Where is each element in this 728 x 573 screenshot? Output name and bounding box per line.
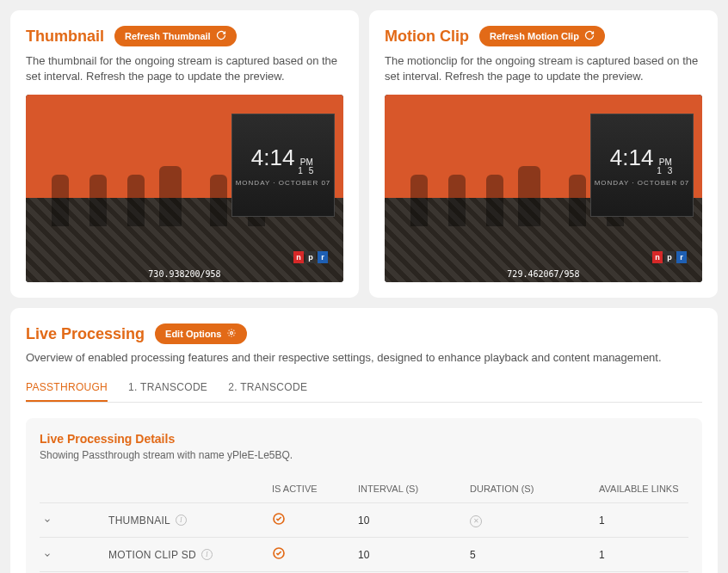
cell-links: 1 — [599, 514, 688, 527]
motion-desc: The motionclip for the ongoing stream is… — [385, 53, 702, 84]
cell-links: 1 — [599, 549, 688, 561]
thumbnail-preview: 4:14 PM1 5 Monday · October 07 npr 730.9… — [26, 95, 343, 282]
refresh-icon — [216, 30, 226, 42]
motion-preview: 4:14 PM1 3 Monday · October 07 npr 729.4… — [385, 95, 702, 282]
npr-logo: npr — [652, 251, 687, 263]
clock-overlay: 4:14 PM1 5 Monday · October 07 — [231, 114, 335, 217]
tab-transcode-1[interactable]: 1. TRANSCODE — [128, 374, 207, 402]
thumbnail-desc: The thumbnail for the ongoing stream is … — [26, 53, 343, 84]
details-subtitle: Showing Passthrough stream with name yPl… — [40, 449, 688, 461]
live-details-panel: Live Processing Details Showing Passthro… — [26, 418, 702, 573]
refresh-thumbnail-button[interactable]: Refresh Thumbnail — [114, 26, 237, 46]
x-icon: ✕ — [470, 515, 482, 527]
check-icon — [272, 546, 358, 563]
info-icon[interactable]: i — [176, 514, 187, 526]
cell-interval: 10 — [358, 549, 470, 561]
motion-title: Motion Clip — [385, 28, 469, 46]
tab-passthrough[interactable]: PASSTHROUGH — [26, 374, 108, 402]
edit-options-button[interactable]: Edit Options — [155, 323, 247, 344]
tab-transcode-2[interactable]: 2. TRANSCODE — [228, 374, 307, 402]
motion-meta: 729.462067/958 — [385, 265, 702, 282]
motion-clip-card: Motion Clip Refresh Motion Clip The moti… — [369, 10, 718, 298]
npr-logo: npr — [293, 251, 328, 263]
table-row: THUMBNAIL i10✕1 — [40, 502, 688, 537]
thumbnail-card: Thumbnail Refresh Thumbnail The thumbnai… — [10, 10, 359, 298]
live-processing-desc: Overview of enabled processing features … — [26, 351, 702, 364]
thumbnail-meta: 730.938200/958 — [26, 265, 343, 282]
live-processing-title: Live Processing — [26, 325, 145, 343]
refresh-motion-button[interactable]: Refresh Motion Clip — [479, 26, 605, 46]
check-icon — [272, 512, 358, 528]
clock-overlay: 4:14 PM1 3 Monday · October 07 — [590, 114, 694, 217]
chevron-down-icon[interactable] — [40, 547, 55, 563]
info-icon[interactable]: i — [201, 549, 213, 560]
col-duration: DURATION (S) — [470, 484, 599, 494]
cell-interval: 10 — [358, 514, 470, 527]
svg-point-0 — [231, 332, 233, 335]
details-title: Live Processing Details — [40, 432, 688, 446]
live-processing-table: IS ACTIVE INTERVAL (S) DURATION (S) AVAI… — [40, 475, 688, 573]
live-tabs: PASSTHROUGH 1. TRANSCODE 2. TRANSCODE — [26, 374, 702, 403]
col-interval: INTERVAL (S) — [358, 484, 470, 494]
cell-duration: 5 — [470, 549, 599, 561]
table-row: MOTION CLIP SD i1051 — [40, 537, 688, 571]
row-name: THUMBNAIL i — [108, 514, 272, 527]
col-links: AVAILABLE LINKS — [599, 484, 688, 494]
thumbnail-title: Thumbnail — [26, 28, 104, 46]
chevron-down-icon[interactable] — [40, 513, 55, 528]
live-processing-card: Live Processing Edit Options Overview of… — [10, 308, 718, 573]
refresh-icon — [584, 30, 595, 42]
cell-duration: ✕ — [470, 514, 599, 527]
col-is-active: IS ACTIVE — [272, 484, 358, 494]
row-name: MOTION CLIP SD i — [108, 549, 272, 561]
settings-icon — [226, 328, 237, 340]
